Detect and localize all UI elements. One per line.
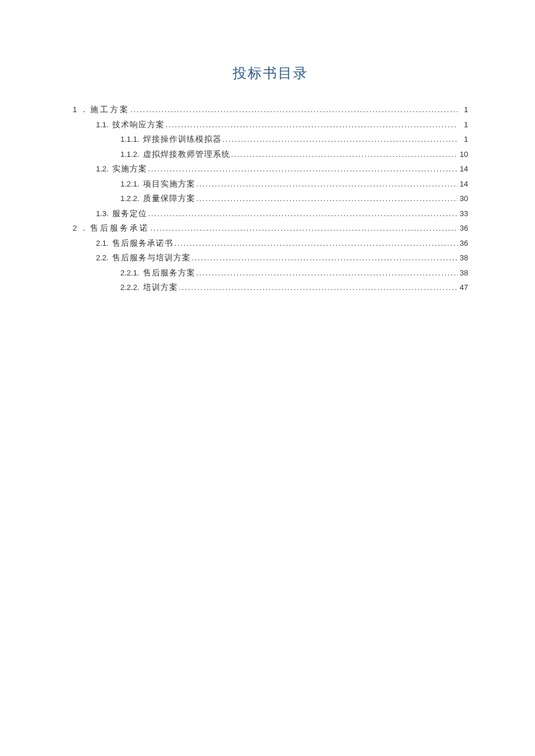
toc-entry: 1.2.1. 项目实施方案 14	[73, 177, 468, 192]
toc-page: 30	[458, 192, 468, 206]
toc-label: 虚拟焊接教师管理系统	[143, 148, 230, 162]
toc-label: 实施方案	[112, 162, 147, 177]
toc-label: 售后服务方案	[143, 266, 195, 281]
toc-page: 38	[458, 252, 468, 265]
toc-number: 1.1.	[96, 119, 109, 132]
toc-label: 技术响应方案	[112, 118, 165, 132]
toc-separator: .	[83, 221, 85, 236]
toc-page: 1	[458, 103, 468, 117]
toc-entry: 2.1. 售后服务承诺书 36	[73, 237, 468, 251]
toc-number: 2.2.2.	[120, 281, 140, 295]
toc-leader-dots	[191, 252, 458, 264]
toc-label: 质量保障方案	[143, 192, 195, 206]
toc-page: 14	[458, 163, 468, 176]
toc-entry: 2 . 售后服务承诺 36	[73, 221, 468, 236]
toc-label: 项目实施方案	[143, 177, 195, 192]
toc-leader-dots	[178, 282, 458, 294]
toc-page: 1	[458, 119, 468, 132]
toc-number: 2	[73, 222, 82, 235]
table-of-contents: 1 . 施工方案 1 1.1. 技术响应方案 1 1.1.1. 焊接操作训练模拟…	[73, 103, 468, 295]
toc-leader-dots	[195, 193, 458, 205]
toc-number: 1.1.1.	[120, 133, 140, 146]
toc-label: 培训方案	[143, 281, 178, 295]
toc-leader-dots	[222, 134, 458, 146]
toc-page: 47	[458, 281, 468, 295]
page-title: 投标书目录	[73, 64, 468, 83]
toc-number: 1	[73, 103, 82, 117]
toc-number: 1.2.2.	[120, 192, 140, 206]
toc-leader-dots	[165, 119, 458, 131]
toc-leader-dots	[195, 267, 458, 280]
toc-leader-dots	[130, 104, 458, 116]
toc-number: 1.1.2.	[120, 148, 140, 162]
toc-page: 10	[458, 148, 468, 162]
toc-page: 38	[458, 267, 468, 280]
toc-entry: 1.2. 实施方案 14	[73, 162, 468, 177]
toc-entry: 1.1.2. 虚拟焊接教师管理系统 10	[73, 148, 468, 162]
toc-entry: 1.1.1. 焊接操作训练模拟器 1	[73, 132, 468, 147]
toc-page: 36	[458, 222, 468, 235]
toc-label: 售后服务承诺书	[112, 237, 173, 251]
toc-leader-dots	[149, 223, 458, 235]
toc-page: 36	[458, 237, 468, 250]
toc-number: 2.1.	[96, 237, 109, 250]
toc-entry: 1.2.2. 质量保障方案 30	[73, 192, 468, 206]
toc-number: 1.2.	[96, 163, 109, 176]
toc-entry: 1.1. 技术响应方案 1	[73, 118, 468, 132]
toc-entry: 2.2.2. 培训方案 47	[73, 281, 468, 295]
toc-label: 服务定位	[112, 207, 147, 221]
toc-page: 14	[458, 178, 468, 191]
toc-leader-dots	[195, 178, 458, 191]
toc-label: 售后服务承诺	[90, 221, 149, 236]
toc-page: 33	[458, 207, 468, 221]
toc-label: 施工方案	[90, 103, 130, 117]
toc-number: 1.2.1.	[120, 178, 140, 191]
toc-leader-dots	[230, 149, 458, 161]
toc-entry: 1 . 施工方案 1	[73, 103, 468, 117]
toc-entry: 2.2.1. 售后服务方案 38	[73, 266, 468, 281]
toc-label: 售后服务与培训方案	[112, 251, 191, 266]
toc-entry: 1.3. 服务定位 33	[73, 207, 468, 221]
toc-leader-dots	[173, 238, 458, 250]
toc-leader-dots	[147, 208, 458, 220]
toc-number: 1.3.	[96, 207, 109, 221]
toc-page: 1	[458, 133, 468, 146]
toc-number: 2.2.1.	[120, 267, 140, 280]
toc-separator: .	[83, 103, 85, 117]
toc-number: 2.2.	[96, 252, 109, 265]
toc-entry: 2.2. 售后服务与培训方案 38	[73, 251, 468, 266]
toc-label: 焊接操作训练模拟器	[143, 132, 222, 147]
toc-leader-dots	[147, 163, 458, 175]
